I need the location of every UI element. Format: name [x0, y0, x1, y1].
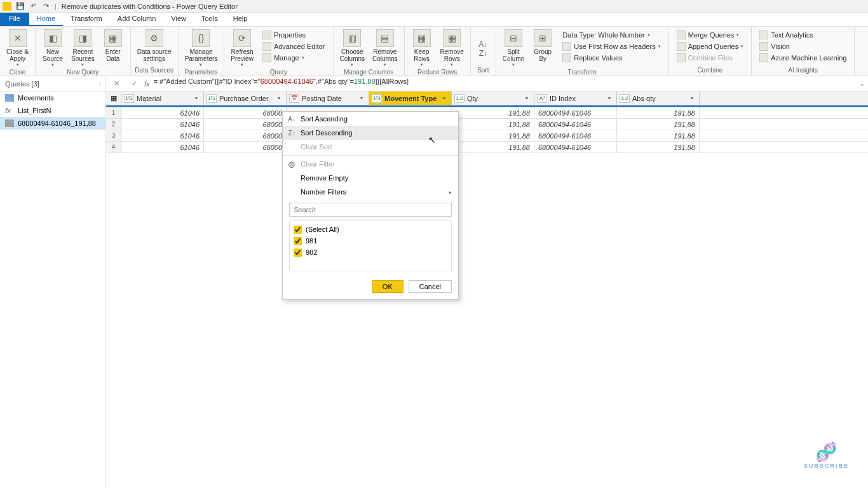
- table-row[interactable]: 36104668000191,8868000494-61046191,88: [106, 130, 868, 142]
- close-apply-button[interactable]: ✕Close & Apply▾: [3, 28, 32, 69]
- merge-queries-button[interactable]: Merge Queries▾: [674, 29, 747, 41]
- table-row[interactable]: 26104668000191,8868000494-61046191,88: [106, 119, 868, 130]
- col-posting-date[interactable]: 📅Posting Date▾: [287, 92, 369, 105]
- cell[interactable]: 68000494-61046: [534, 107, 617, 118]
- value-981-check[interactable]: 981: [294, 235, 447, 247]
- group-reduce-rows: ▦Keep Rows▾ ▦Remove Rows▾ Reduce Rows: [405, 27, 471, 76]
- remove-columns-button[interactable]: ▤Remove Columns▾: [369, 28, 401, 69]
- filter-icon[interactable]: ▾: [275, 94, 283, 103]
- group-transform: ⊟Split Column▾ ⊞Group By Data Type: Whol…: [496, 27, 669, 76]
- tab-transform[interactable]: Transform: [63, 13, 110, 26]
- cell[interactable]: 191,88: [452, 130, 534, 141]
- number-filters[interactable]: Number Filters▸: [283, 185, 458, 199]
- query-movements[interactable]: Movements: [0, 92, 105, 104]
- col-qty[interactable]: 1.2Qty▾: [452, 92, 534, 105]
- ok-button[interactable]: OK: [372, 280, 403, 293]
- sort-descending[interactable]: Z↓Sort Descending: [283, 126, 458, 140]
- tab-view[interactable]: View: [163, 13, 194, 26]
- sort-desc-icon[interactable]: Z↓: [479, 49, 487, 58]
- properties-button[interactable]: Properties: [260, 29, 328, 41]
- cell[interactable]: 191,88: [617, 130, 700, 141]
- manage-parameters-button[interactable]: {}Manage Parameters▾: [181, 28, 222, 69]
- text-analytics-button[interactable]: Text Analytics: [757, 29, 849, 41]
- filter-icon[interactable]: ▾: [192, 94, 201, 103]
- remove-rows-button[interactable]: ▦Remove Rows▾: [437, 28, 468, 69]
- group-new-query: ◧New Source▾ ◨Recent Sources▾ ▦Enter Dat…: [36, 27, 131, 76]
- filter-icon[interactable]: ▾: [357, 94, 366, 103]
- enter-data-button[interactable]: ▦Enter Data: [98, 28, 128, 64]
- cell[interactable]: 68000494-61046: [534, 130, 617, 141]
- cell[interactable]: 61046: [121, 130, 204, 141]
- cell[interactable]: 68000494-61046: [534, 119, 617, 130]
- sort-asc-icon[interactable]: A↓: [478, 40, 487, 49]
- select-all-corner[interactable]: ▦: [106, 92, 121, 105]
- table-row[interactable]: 46104668000191,8868000494-61046191,88: [106, 142, 868, 153]
- select-all-check[interactable]: (Select All): [294, 224, 447, 235]
- advanced-editor-button[interactable]: Advanced Editor: [260, 41, 328, 52]
- choose-columns-button[interactable]: ▥Choose Columns▾: [336, 28, 369, 69]
- tab-tools[interactable]: Tools: [194, 13, 226, 26]
- cell[interactable]: 191,88: [617, 107, 700, 118]
- col-id-index[interactable]: AᴮID Index▾: [534, 92, 617, 105]
- keep-rows-button[interactable]: ▦Keep Rows▾: [407, 28, 437, 69]
- cell[interactable]: 68000: [204, 130, 287, 141]
- filter-icon[interactable]: ▾: [440, 94, 449, 103]
- tab-home[interactable]: Home: [29, 13, 63, 26]
- cancel-button[interactable]: Cancel: [409, 280, 452, 293]
- data-type-button[interactable]: Data Type: Whole Number▾: [560, 29, 663, 41]
- sort-ascending[interactable]: A↓Sort Ascending: [283, 112, 458, 126]
- formula-bar[interactable]: = #"Added Custom"{[#"ID Index"="68000494…: [153, 78, 855, 90]
- cancel-formula-icon[interactable]: ✕: [109, 78, 124, 90]
- collapse-queries-icon[interactable]: 〈: [95, 79, 102, 88]
- manage-button[interactable]: Manage▾: [260, 52, 328, 64]
- expand-formula-icon[interactable]: ⌄: [855, 79, 868, 88]
- query-list-firstn[interactable]: fxList_FirstN: [0, 104, 105, 117]
- data-source-settings-button[interactable]: ⚙Data source settings: [133, 28, 175, 64]
- value-982-check[interactable]: 982: [294, 247, 447, 258]
- subscribe-watermark: 🧬 SUBSCRIBE: [804, 442, 849, 469]
- cell[interactable]: 191,88: [452, 142, 534, 152]
- remove-empty[interactable]: Remove Empty: [283, 171, 458, 185]
- col-movement-type[interactable]: 1²3Movement Type▾: [369, 92, 452, 105]
- filter-icon[interactable]: ▾: [688, 94, 696, 103]
- cell[interactable]: 68000494-61046: [534, 142, 617, 152]
- refresh-preview-button[interactable]: ⟳Refresh Preview▾: [227, 28, 257, 69]
- filter-icon[interactable]: ▾: [605, 94, 614, 103]
- filter-search[interactable]: [289, 203, 452, 217]
- col-purchase-order[interactable]: 1²3Purchase Order▾: [204, 92, 287, 105]
- cell[interactable]: 68000: [204, 107, 287, 118]
- cell[interactable]: 61046: [121, 119, 204, 130]
- tab-help[interactable]: Help: [226, 13, 255, 26]
- col-material[interactable]: 1²3Material▾: [121, 92, 204, 105]
- vision-button[interactable]: Vision: [757, 41, 849, 52]
- undo-icon[interactable]: ↶: [27, 1, 39, 12]
- redo-icon[interactable]: ↷: [40, 1, 51, 12]
- cell[interactable]: -191,88: [452, 107, 534, 118]
- cell[interactable]: 61046: [121, 107, 204, 118]
- col-abs-qty[interactable]: 1.2Abs qty▾: [617, 92, 700, 105]
- split-column-button[interactable]: ⊟Split Column▾: [499, 28, 528, 69]
- queries-header-label: Queries [3]: [5, 80, 39, 88]
- tab-add-column[interactable]: Add Column: [110, 13, 164, 26]
- cell[interactable]: 68000: [204, 142, 287, 152]
- first-row-headers-button[interactable]: Use First Row as Headers▾: [560, 41, 663, 52]
- recent-sources-button[interactable]: ◨Recent Sources▾: [67, 28, 98, 69]
- filter-search-input[interactable]: [289, 203, 452, 217]
- group-parameters: {}Manage Parameters▾ Parameters: [179, 27, 225, 76]
- replace-values-button[interactable]: Replace Values: [560, 52, 663, 64]
- azure-ml-button[interactable]: Azure Machine Learning: [757, 52, 849, 64]
- query-result[interactable]: 68000494-61046_191,88: [0, 117, 105, 130]
- new-source-button[interactable]: ◧New Source▾: [38, 28, 67, 69]
- cell[interactable]: 68000: [204, 119, 287, 130]
- table-row[interactable]: 16104668000-191,8868000494-61046191,88: [106, 107, 868, 119]
- append-queries-button[interactable]: Append Queries▾: [674, 41, 747, 52]
- cell[interactable]: 61046: [121, 142, 204, 152]
- filter-icon[interactable]: ▾: [522, 94, 531, 103]
- tab-file[interactable]: File: [0, 13, 29, 26]
- cell[interactable]: 191,88: [617, 119, 700, 130]
- cell[interactable]: 191,88: [617, 142, 700, 152]
- save-icon[interactable]: 💾: [15, 1, 26, 12]
- group-by-button[interactable]: ⊞Group By: [528, 28, 557, 64]
- commit-formula-icon[interactable]: ✓: [126, 78, 142, 90]
- cell[interactable]: 191,88: [452, 119, 534, 130]
